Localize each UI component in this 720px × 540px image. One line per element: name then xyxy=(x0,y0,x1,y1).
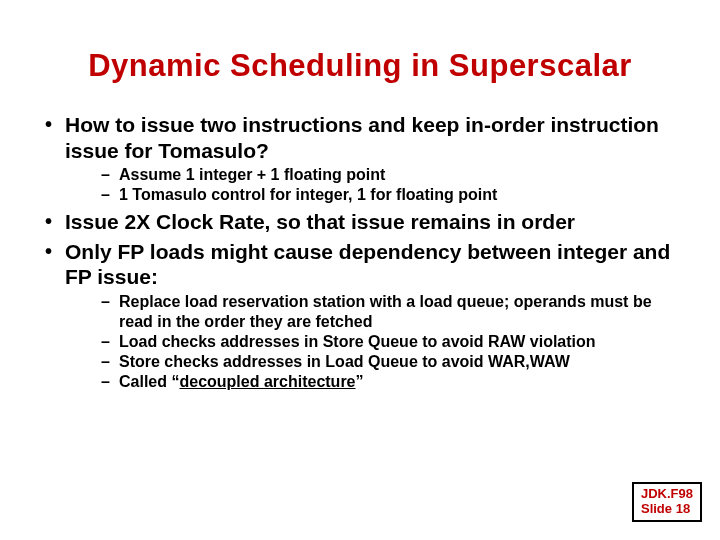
sub-bullet-item: 1 Tomasulo control for integer, 1 for fl… xyxy=(65,185,685,205)
bullet-text: How to issue two instructions and keep i… xyxy=(65,113,659,162)
bullet-text: Only FP loads might cause dependency bet… xyxy=(65,240,670,289)
sub-bullet-item: Store checks addresses in Load Queue to … xyxy=(65,352,685,372)
footer-line1: JDK.F98 xyxy=(641,487,693,502)
sub-bullet-item: Assume 1 integer + 1 floating point xyxy=(65,165,685,185)
sub-bullet-text-underlined: decoupled architecture xyxy=(179,373,355,390)
sub-bullet-item: Replace load reservation station with a … xyxy=(65,292,685,332)
slide-footer: JDK.F98 Slide 18 xyxy=(632,482,702,522)
sub-bullet-text-post: ” xyxy=(356,373,364,390)
footer-line2: Slide 18 xyxy=(641,502,693,517)
bullet-item: How to issue two instructions and keep i… xyxy=(35,112,685,205)
bullet-list-level1: How to issue two instructions and keep i… xyxy=(35,112,685,392)
slide: Dynamic Scheduling in Superscalar How to… xyxy=(0,0,720,540)
sub-bullet-text-pre: Called “ xyxy=(119,373,179,390)
bullet-item: Issue 2X Clock Rate, so that issue remai… xyxy=(35,209,685,235)
sub-bullet-item: Load checks addresses in Store Queue to … xyxy=(65,332,685,352)
bullet-list-level2: Replace load reservation station with a … xyxy=(65,292,685,392)
bullet-list-level2: Assume 1 integer + 1 floating point 1 To… xyxy=(65,165,685,205)
slide-title: Dynamic Scheduling in Superscalar xyxy=(35,48,685,84)
bullet-item: Only FP loads might cause dependency bet… xyxy=(35,239,685,392)
sub-bullet-item: Called “decoupled architecture” xyxy=(65,372,685,392)
